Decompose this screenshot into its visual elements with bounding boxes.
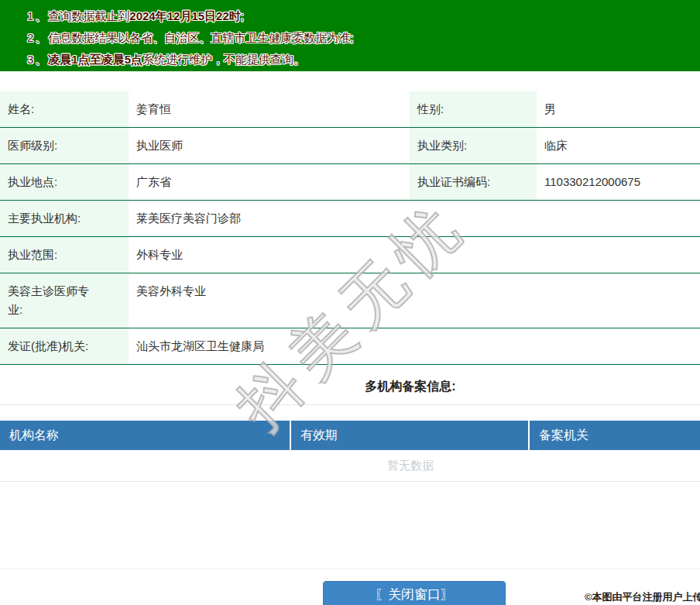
notice-number: 1、 bbox=[27, 9, 48, 22]
field-value-practice-location: 广东省 bbox=[129, 164, 410, 200]
field-label-issuing-authority: 发证(批准)机关: bbox=[0, 328, 129, 364]
table-row-name-gender: 姓名: 姜育恒 性别: 男 bbox=[0, 91, 700, 128]
field-value-issuing-authority: 汕头市龙湖区卫生健康局 bbox=[129, 328, 700, 364]
notice-text: 系统进行维护，不能提供查询。 bbox=[142, 53, 305, 66]
query-result-page: 1、查询数据截止到2024年12月15日22时; 2、信息数据结果以各省、自治区… bbox=[0, 0, 700, 569]
notice-text: ; bbox=[241, 9, 244, 22]
notice-line-3: 3、凌晨1点至凌晨5点系统进行维护，不能提供查询。 bbox=[27, 49, 700, 70]
bottom-divider bbox=[0, 569, 700, 569]
field-label-practice-location: 执业地点: bbox=[0, 164, 129, 200]
field-label-cosmetic-specialty: 美容主诊医师专业: bbox=[0, 273, 129, 328]
notice-text-bold: 凌晨1点至凌晨5点 bbox=[48, 53, 142, 66]
table-row-practice-scope: 执业范围: 外科专业 bbox=[0, 237, 700, 273]
notice-banner: 1、查询数据截止到2024年12月15日22时; 2、信息数据结果以各省、自治区… bbox=[0, 0, 700, 71]
column-header-validity-period: 有效期 bbox=[291, 421, 530, 450]
close-window-button[interactable]: 〖关闭窗口〗 bbox=[323, 581, 506, 605]
field-label-practice-category: 执业类别: bbox=[410, 128, 537, 163]
table-row-location-certno: 执业地点: 广东省 执业证书编码: 110330212000675 bbox=[0, 164, 700, 201]
notice-text: 查询数据截止到 bbox=[48, 9, 129, 22]
field-value-certificate-no: 110330212000675 bbox=[537, 164, 700, 200]
filing-table-header: 机构名称 有效期 备案机关 bbox=[0, 421, 700, 450]
notice-line-2: 2、信息数据结果以各省、自治区、直辖市卫生健康委数据为准; bbox=[27, 27, 700, 49]
notice-number: 2、 bbox=[27, 31, 48, 44]
field-value-name: 姜育恒 bbox=[129, 91, 410, 127]
field-label-gender: 性别: bbox=[410, 91, 537, 127]
field-value-main-institution: 莱美医疗美容门诊部 bbox=[129, 201, 700, 236]
field-label-practice-scope: 执业范围: bbox=[0, 237, 129, 273]
field-label-doctor-level: 医师级别: bbox=[0, 128, 129, 163]
field-label-certificate-no: 执业证书编码: bbox=[410, 164, 537, 200]
table-row-level-category: 医师级别: 执业医师 执业类别: 临床 bbox=[0, 128, 700, 164]
practitioner-info-table: 姓名: 姜育恒 性别: 男 医师级别: 执业医师 执业类别: 临床 执业地点: … bbox=[0, 91, 700, 365]
notice-text: 信息数据结果以各省、自治区、直辖市卫生健康委数据为准; bbox=[48, 31, 353, 44]
notice-number: 3、 bbox=[27, 53, 48, 66]
filing-table-empty-state: 暂无数据 bbox=[0, 450, 700, 482]
notice-text-bold: 2024年12月15日22时 bbox=[129, 9, 240, 22]
field-label-name: 姓名: bbox=[0, 91, 129, 127]
field-value-practice-scope: 外科专业 bbox=[129, 237, 700, 273]
notice-line-1: 1、查询数据截止到2024年12月15日22时; bbox=[27, 5, 700, 27]
field-value-cosmetic-specialty: 美容外科专业 bbox=[129, 273, 700, 328]
table-row-main-institution: 主要执业机构: 莱美医疗美容门诊部 bbox=[0, 201, 700, 237]
filing-section-title: 多机构备案信息: bbox=[0, 377, 700, 396]
field-value-gender: 男 bbox=[537, 91, 700, 127]
field-value-practice-category: 临床 bbox=[537, 128, 700, 163]
table-row-issuing-authority: 发证(批准)机关: 汕头市龙湖区卫生健康局 bbox=[0, 328, 700, 365]
field-label-main-institution: 主要执业机构: bbox=[0, 201, 129, 236]
section-divider bbox=[0, 404, 700, 405]
copyright-stamp: ©本图由平台注册用户上传 bbox=[585, 590, 700, 604]
table-row-cosmetic-specialty: 美容主诊医师专业: 美容外科专业 bbox=[0, 273, 700, 328]
field-value-doctor-level: 执业医师 bbox=[129, 128, 410, 163]
column-header-institution-name: 机构名称 bbox=[0, 421, 291, 450]
column-header-filing-authority: 备案机关 bbox=[530, 421, 700, 450]
